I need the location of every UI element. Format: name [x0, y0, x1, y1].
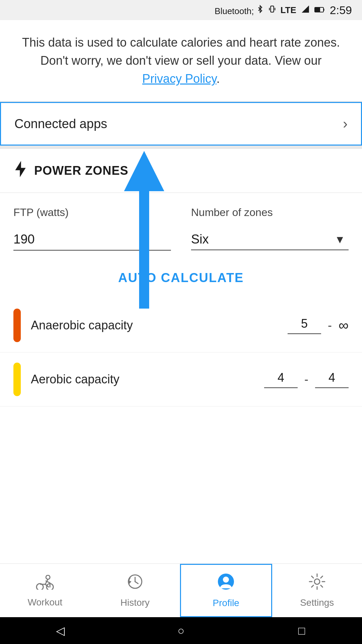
lte-icon: LTE	[281, 5, 296, 15]
anaerobic-from-input[interactable]	[288, 317, 321, 334]
connected-apps-chevron: ›	[343, 116, 348, 132]
aerobic-values: -	[264, 371, 349, 388]
android-back-button[interactable]: ◁	[49, 619, 72, 642]
connected-apps-row[interactable]: Connected apps ›	[0, 102, 362, 146]
nav-item-workout[interactable]: Workout	[0, 564, 90, 617]
anaerobic-infinity: ∞	[339, 317, 349, 333]
aerobic-zone-row: Aerobic capacity -	[0, 353, 362, 407]
anaerobic-values: - ∞	[288, 317, 349, 334]
info-text-section: This data is used to calculate calories …	[0, 20, 362, 101]
auto-calculate-button[interactable]: AUTO CALCULATE	[118, 271, 244, 285]
svg-point-10	[46, 575, 50, 579]
nav-label-workout: Workout	[27, 597, 62, 608]
svg-point-16	[223, 577, 229, 583]
svg-marker-9	[15, 161, 25, 177]
auto-calculate-section: AUTO CALCULATE	[0, 254, 362, 299]
zones-form: FTP (watts) Number of zones Five Six Sev…	[0, 193, 362, 254]
power-zones-title: POWER ZONES	[34, 164, 128, 178]
status-time: 2:59	[330, 4, 352, 17]
zones-label: Number of zones	[191, 206, 349, 219]
aerobic-label: Aerobic capacity	[31, 372, 254, 386]
aerobic-to-input[interactable]	[315, 371, 349, 388]
power-zones-header: POWER ZONES	[0, 149, 362, 193]
battery-icon	[314, 5, 325, 15]
anaerobic-indicator	[13, 309, 21, 342]
connected-apps-label: Connected apps	[14, 117, 107, 131]
aerobic-separator: -	[304, 372, 308, 386]
nav-label-profile: Profile	[213, 598, 239, 608]
svg-rect-0	[270, 6, 274, 12]
bottom-nav: Workout History Profile	[0, 564, 362, 617]
zones-count-group: Number of zones Five Six Seven ▼	[191, 206, 349, 251]
zones-select[interactable]: Five Six Seven	[191, 229, 349, 250]
ftp-label: FTP (watts)	[13, 206, 171, 219]
svg-rect-5	[315, 8, 320, 12]
aerobic-from-input[interactable]	[264, 371, 298, 388]
profile-icon	[217, 573, 235, 594]
zones-select-wrapper: Five Six Seven ▼	[191, 229, 349, 250]
signal-icon	[301, 5, 310, 16]
nav-label-settings: Settings	[300, 597, 334, 608]
nav-item-profile[interactable]: Profile	[180, 564, 272, 617]
anaerobic-label: Anaerobic capacity	[31, 318, 278, 332]
android-nav-bar: ◁ ○ □	[0, 617, 362, 644]
info-text-main: This data is used to calculate calories …	[22, 36, 340, 67]
info-text-suffix: .	[217, 72, 220, 86]
android-recents-button[interactable]: □	[290, 619, 313, 642]
history-icon	[127, 573, 143, 594]
vibrate-icon	[268, 4, 276, 16]
anaerobic-zone-row: Anaerobic capacity - ∞	[0, 299, 362, 353]
bolt-icon	[13, 160, 27, 181]
anaerobic-separator: -	[328, 318, 332, 332]
ftp-input[interactable]	[13, 229, 171, 251]
status-bar: Bluetooth; LTE 2:59	[0, 0, 362, 20]
nav-item-settings[interactable]: Settings	[272, 564, 362, 617]
ftp-group: FTP (watts)	[13, 206, 171, 251]
nav-label-history: History	[120, 597, 149, 608]
nav-item-history[interactable]: History	[90, 564, 180, 617]
settings-icon	[309, 573, 325, 594]
privacy-policy-link[interactable]: Privacy Policy	[142, 72, 216, 86]
aerobic-indicator	[13, 363, 21, 396]
workout-icon	[36, 574, 54, 594]
svg-marker-3	[302, 5, 309, 13]
android-home-button[interactable]: ○	[169, 619, 193, 642]
bluetooth-icon: Bluetooth;	[215, 4, 263, 16]
svg-point-17	[314, 579, 320, 584]
